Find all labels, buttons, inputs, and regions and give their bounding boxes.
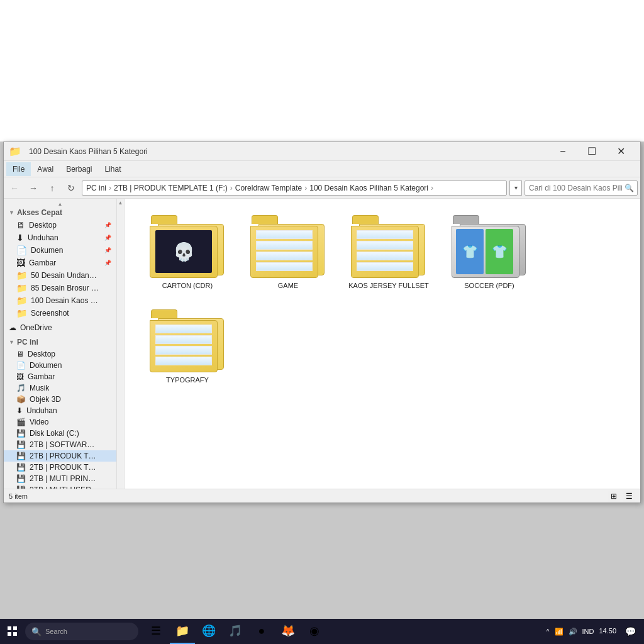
taskbar-app-unknown1[interactable]: ● [249, 619, 274, 644]
status-bar: 5 item ⊞ ☰ [4, 489, 640, 502]
this-pc-header[interactable]: ▼ PC ini [4, 336, 116, 348]
taskbar-app-edge[interactable]: 🌐 [196, 619, 221, 644]
taskbar-chevron[interactable]: ^ [547, 628, 550, 635]
folder-soccer[interactable]: 👕 👕 SOCCER (PDF) [445, 211, 533, 293]
start-sq-1 [8, 626, 11, 630]
drive-h-icon: 💾 [16, 474, 26, 483]
path-current[interactable]: 100 Desain Kaos Pilihan 5 Kategori [309, 184, 428, 192]
taskbar-search-label: Search [45, 628, 67, 635]
folder-typo[interactable]: TYPOGRAFY [143, 306, 231, 387]
view-details[interactable]: ☰ [623, 491, 635, 502]
path-sep-1: › [109, 184, 111, 192]
window-title: 100 Desain Kaos Pilihan 5 Kategori [29, 147, 548, 156]
folder-carton[interactable]: 💀 CARTON (CDR) [143, 211, 231, 293]
label-gambar-pc: Gambar [28, 372, 55, 381]
sidebar-item-disk-c[interactable]: 💾 Disk Lokal (C:) [4, 428, 116, 439]
sidebar-item-50-desain[interactable]: 📁 50 Desain Undangan Modern Kel [4, 269, 116, 282]
quick-access-header[interactable]: ▼ Akses Cepat [4, 206, 116, 219]
status-right: ⊞ ☰ [608, 491, 635, 502]
path-coreldraw[interactable]: Coreldraw Template [235, 184, 303, 192]
sidebar-item-gambar-pc[interactable]: 🖼 Gambar [4, 371, 116, 382]
folder-carton-label: CARTON (CDR) [162, 282, 213, 289]
refresh-button[interactable]: ↻ [63, 180, 79, 196]
notification-button[interactable]: 💬 [621, 623, 639, 640]
address-expand[interactable]: ▾ [509, 180, 522, 196]
onedrive-icon: ☁ [9, 323, 16, 332]
sidebar-item-unduhan-pc[interactable]: ⬇ Unduhan [4, 405, 116, 416]
up-button[interactable]: ↑ [44, 180, 60, 196]
sidebar-item-dokumen-pc[interactable]: 📄 Dokumen [4, 360, 116, 371]
sidebar-label-85: 85 Desain Brosur Editable [31, 284, 100, 292]
path-drive[interactable]: 2TB | PRODUK TEMPLATE 1 (F:) [114, 184, 228, 192]
label-musik: Musik [30, 384, 49, 392]
menu-lihat[interactable]: Lihat [99, 162, 128, 176]
taskbar-app-taskview[interactable]: ☰ [143, 619, 169, 644]
forward-button[interactable]: → [25, 180, 42, 196]
sidebar-label-dokumen-qa: Dokumen [31, 246, 63, 255]
app1-icon: ● [258, 625, 265, 638]
sidebar-item-100-desain[interactable]: 📁 100 Desain Kaos Dakwah Terlaris [4, 294, 116, 307]
sidebar-item-dokumen-qa[interactable]: 📄 Dokumen 📌 [4, 244, 116, 257]
back-button[interactable]: ← [6, 180, 23, 196]
disk-c-icon: 💾 [16, 429, 26, 438]
close-button[interactable]: ✕ [606, 142, 635, 161]
sidebar-item-2tb-i[interactable]: 💾 2TB | MUTI USER (I:) [4, 484, 116, 489]
start-button[interactable] [0, 619, 25, 644]
folder-icon-ss: 📁 [16, 308, 27, 318]
sidebar-item-2tb-f[interactable]: 💾 2TB | PRODUK TEMPLATE 1 (F:) [4, 450, 116, 462]
maximize-button[interactable]: ☐ [577, 142, 606, 161]
sidebar-item-3d[interactable]: 📦 Objek 3D [4, 394, 116, 405]
time-display: 14.50 [599, 626, 616, 636]
quick-access-label: Akses Cepat [17, 208, 62, 217]
drive-g-icon: 💾 [16, 463, 26, 472]
sidebar-item-2tb-h[interactable]: 💾 2TB | MUTI PRINTING (H:) [4, 473, 116, 484]
sidebar-item-video[interactable]: 🎬 Video [4, 416, 116, 428]
firefox-icon: 🦊 [281, 624, 295, 638]
taskbar-search[interactable]: 🔍 Search [25, 623, 138, 640]
address-input[interactable]: PC ini › 2TB | PRODUK TEMPLATE 1 (F:) › … [82, 180, 507, 196]
desktop-icon: 🖥 [16, 220, 25, 230]
view-large-icons[interactable]: ⊞ [608, 491, 620, 502]
sidebar-item-musik[interactable]: 🎵 Musik [4, 382, 116, 394]
taskbar-app-firefox[interactable]: 🦊 [275, 619, 301, 644]
path-sep-4: › [431, 184, 433, 192]
menu-file[interactable]: File [6, 162, 31, 176]
folder-game[interactable]: GAME [244, 211, 332, 293]
3d-icon: 📦 [16, 395, 26, 404]
content-with-scroll: ▲ 💀 [117, 199, 640, 489]
sidebar-item-unduhan-qa[interactable]: ⬇ Unduhan 📌 [4, 231, 116, 244]
label-unduhan-pc: Unduhan [26, 406, 57, 415]
folder-grid: 💀 CARTON (CDR) [131, 205, 634, 394]
pin-icon-desktop: 📌 [104, 222, 111, 228]
sidebar-item-screenshot[interactable]: 📁 Screenshot [4, 307, 116, 319]
sidebar-item-2tb-e[interactable]: 💾 2TB | SOFTWARE (E:) [4, 439, 116, 450]
explorer-window: 📁 100 Desain Kaos Pilihan 5 Kategori − ☐… [3, 142, 641, 503]
folder-typo-label: TYPOGRAFY [166, 376, 209, 384]
up-scroll-arrow: ▲ [118, 200, 123, 206]
sidebar: ▲ ▼ Akses Cepat 🖥 Desktop 📌 ⬇ Unduhan 📌 [4, 199, 117, 489]
onedrive-section: ☁ OneDrive [4, 322, 116, 333]
taskbar-app-explorer[interactable]: 📁 [170, 619, 195, 644]
sidebar-item-gambar-qa[interactable]: 🖼 Gambar 📌 [4, 257, 116, 269]
path-pc[interactable]: PC ini [86, 184, 106, 192]
taskbar-app-unknown2[interactable]: ◉ [302, 619, 327, 644]
sidebar-item-onedrive[interactable]: ☁ OneDrive [4, 322, 116, 333]
volume-icon: 🔊 [569, 628, 577, 636]
folder-kaos[interactable]: KAOS JERSEY FULLSET [345, 211, 433, 293]
drive-e-icon: 💾 [16, 440, 26, 449]
edge-icon: 🌐 [202, 624, 216, 638]
minimize-button[interactable]: − [548, 142, 577, 161]
sidebar-item-desktop-qa[interactable]: 🖥 Desktop 📌 [4, 219, 116, 231]
menu-berbagi[interactable]: Berbagi [60, 162, 98, 176]
taskbar-time[interactable]: 14.50 [599, 626, 616, 636]
address-bar: ← → ↑ ↻ PC ini › 2TB | PRODUK TEMPLATE 1… [4, 177, 640, 199]
unduhan-pc-icon: ⬇ [16, 406, 23, 415]
folder-icon-50: 📁 [16, 270, 27, 280]
sidebar-item-2tb-g[interactable]: 💾 2TB | PRODUK TEMPLATE 2 (G:) [4, 462, 116, 473]
folder-game-label: GAME [278, 282, 298, 289]
menu-awal[interactable]: Awal [31, 162, 60, 176]
sidebar-item-85-desain[interactable]: 📁 85 Desain Brosur Editable [4, 282, 116, 294]
search-input[interactable] [525, 180, 638, 196]
taskbar-app-media[interactable]: 🎵 [223, 619, 248, 644]
sidebar-item-desktop-pc[interactable]: 🖥 Desktop [4, 348, 116, 360]
